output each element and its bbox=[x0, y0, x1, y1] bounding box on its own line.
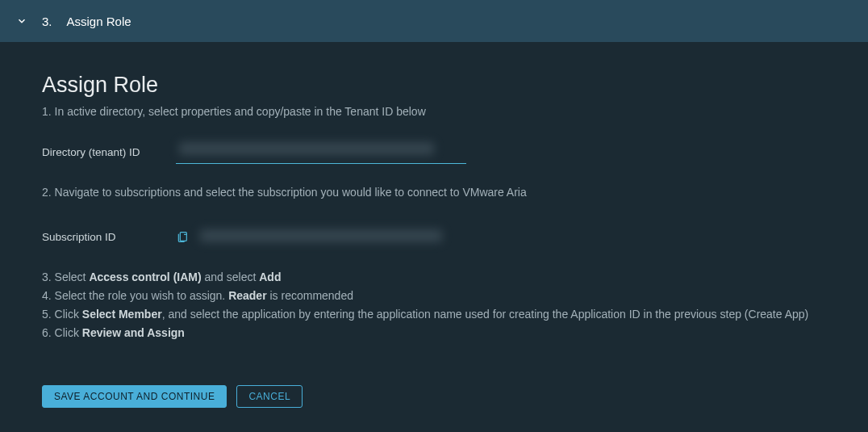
instruction-3-mid: and select bbox=[202, 271, 260, 283]
button-row: SAVE ACCOUNT AND CONTINUE CANCEL bbox=[42, 385, 826, 408]
instruction-5-bold: Select Member bbox=[82, 308, 162, 321]
chevron-down-icon bbox=[16, 15, 27, 27]
instruction-4-suffix: is recommended bbox=[267, 289, 353, 302]
instruction-6: 6. Click Review and Assign bbox=[42, 324, 826, 342]
instruction-6-bold: Review and Assign bbox=[82, 326, 185, 339]
subscription-value-display bbox=[200, 229, 466, 244]
instruction-4-prefix: 4. Select the role you wish to assign. bbox=[42, 289, 228, 302]
instructions-block: 3. Select Access control (IAM) and selec… bbox=[42, 268, 826, 342]
svg-rect-0 bbox=[180, 233, 186, 241]
step-number: 3. bbox=[42, 15, 52, 28]
instruction-4-bold: Reader bbox=[228, 289, 266, 302]
directory-blurred-value bbox=[179, 142, 434, 155]
save-account-button[interactable]: SAVE ACCOUNT AND CONTINUE bbox=[42, 385, 227, 408]
subscription-field-row: Subscription ID bbox=[42, 229, 826, 244]
content-area: Assign Role 1. In active directory, sele… bbox=[0, 42, 868, 432]
instruction-4: 4. Select the role you wish to assign. R… bbox=[42, 287, 826, 305]
instruction-6-prefix: 6. Click bbox=[42, 326, 82, 339]
instruction-5: 5. Click Select Member, and select the a… bbox=[42, 305, 826, 324]
instruction-3-bold-1: Access control (IAM) bbox=[89, 271, 201, 283]
subscription-label: Subscription ID bbox=[42, 231, 176, 243]
instruction-3: 3. Select Access control (IAM) and selec… bbox=[42, 268, 826, 287]
instruction-1: 1. In active directory, select propertie… bbox=[42, 103, 826, 121]
instruction-3-bold-2: Add bbox=[259, 271, 281, 283]
instruction-3-prefix: 3. Select bbox=[42, 271, 89, 283]
subscription-blurred-value bbox=[200, 229, 442, 242]
step-header-title: Assign Role bbox=[67, 15, 131, 28]
page-title: Assign Role bbox=[42, 73, 826, 98]
cancel-button[interactable]: CANCEL bbox=[236, 385, 303, 408]
instruction-2: 2. Navigate to subscriptions and select … bbox=[42, 183, 826, 202]
directory-label: Directory (tenant) ID bbox=[42, 146, 176, 158]
instruction-5-prefix: 5. Click bbox=[42, 308, 82, 321]
directory-field-row: Directory (tenant) ID bbox=[42, 141, 826, 164]
directory-input-wrapper bbox=[176, 141, 466, 164]
clipboard-icon[interactable] bbox=[176, 230, 189, 243]
step-header[interactable]: 3. Assign Role bbox=[0, 0, 868, 42]
instruction-5-suffix: , and select the application by entering… bbox=[162, 308, 809, 321]
